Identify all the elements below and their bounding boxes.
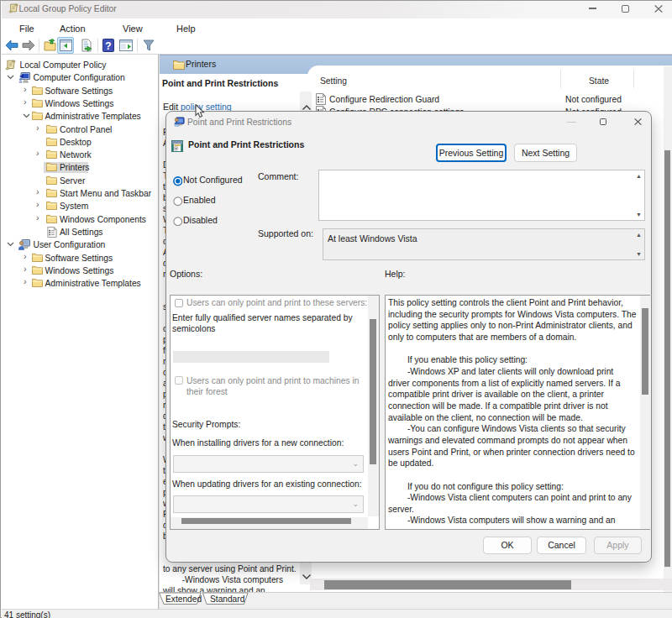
svg-text:?: ?: [105, 40, 111, 52]
